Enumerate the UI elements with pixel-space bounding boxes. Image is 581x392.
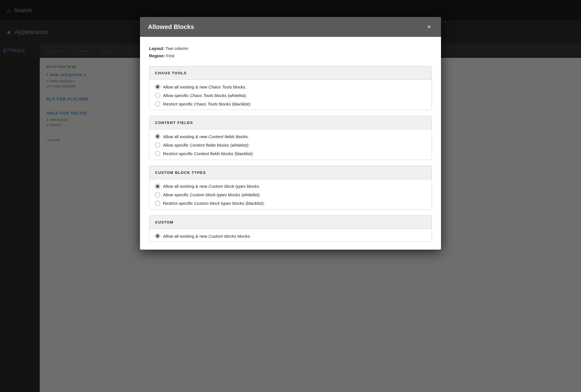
custom-block-types-body: Allow all existing & new Custom block ty…: [149, 179, 432, 210]
region-label: Region:: [149, 53, 165, 58]
custom-header: CUSTOM: [149, 216, 432, 229]
chaos-tools-option-specific[interactable]: Allow specific Chaos Tools blocks (white…: [155, 93, 426, 98]
modal-info: Layout: Two column Region: First: [149, 45, 432, 59]
content-fields-option-restrict[interactable]: Restrict specific Content fields blocks …: [155, 151, 426, 156]
chaos-tools-body: Allow all existing & new Chaos Tools blo…: [149, 80, 432, 110]
chaos-tools-option-all[interactable]: Allow all existing & new Chaos Tools blo…: [155, 84, 426, 89]
block-section-chaos-tools: CHAOS TOOLS Allow all existing & new Cha…: [149, 66, 432, 110]
modal-close-button[interactable]: ×: [425, 23, 433, 31]
custom-block-types-option-all[interactable]: Allow all existing & new Custom block ty…: [155, 184, 426, 189]
chaos-tools-radio-restrict[interactable]: [155, 101, 160, 106]
custom-block-types-label-all: Allow all existing & new Custom block ty…: [163, 184, 260, 189]
allowed-blocks-modal: Allowed Blocks × Layout: Two column Regi…: [140, 17, 441, 250]
content-fields-option-specific[interactable]: Allow specific Content fields blocks (wh…: [155, 142, 426, 147]
content-fields-label-restrict: Restrict specific Content fields blocks …: [163, 151, 254, 156]
content-fields-body: Allow all existing & new Content fields …: [149, 129, 432, 160]
region-value: First: [166, 53, 174, 58]
content-fields-title: CONTENT FIELDS: [155, 121, 193, 125]
custom-block-types-label-restrict: Restrict specific Custom block types blo…: [163, 201, 265, 206]
custom-title: CUSTOM: [155, 220, 174, 224]
layout-label: Layout:: [149, 46, 164, 51]
custom-block-types-option-restrict[interactable]: Restrict specific Custom block types blo…: [155, 201, 426, 206]
chaos-tools-label-all: Allow all existing & new Chaos Tools blo…: [163, 85, 246, 89]
layout-info: Layout: Two column: [149, 45, 432, 52]
custom-block-types-radio-all[interactable]: [155, 184, 160, 189]
content-fields-radio-all[interactable]: [155, 134, 160, 139]
block-section-custom: CUSTOM Allow all existing & new Custom b…: [149, 215, 432, 242]
content-fields-header: CONTENT FIELDS: [149, 116, 432, 129]
chaos-tools-option-restrict[interactable]: Restrict specific Chaos Tools blocks (bl…: [155, 101, 426, 106]
content-fields-option-all[interactable]: Allow all existing & new Content fields …: [155, 134, 426, 139]
content-fields-radio-specific[interactable]: [155, 142, 160, 147]
custom-block-types-header: CUSTOM BLOCK TYPES: [149, 166, 432, 179]
chaos-tools-label-restrict: Restrict specific Chaos Tools blocks (bl…: [163, 102, 251, 106]
chaos-tools-radio-specific[interactable]: [155, 93, 160, 98]
modal-body: Layout: Two column Region: First CHAOS T…: [140, 37, 441, 250]
custom-option-all[interactable]: Allow all existing & new Custom blocks b…: [155, 233, 426, 239]
custom-label-all: Allow all existing & new Custom blocks b…: [163, 234, 251, 239]
chaos-tools-radio-all[interactable]: [155, 84, 160, 89]
custom-block-types-radio-restrict[interactable]: [155, 201, 160, 206]
modal-overlay: Allowed Blocks × Layout: Two column Regi…: [0, 0, 581, 392]
modal-header: Allowed Blocks ×: [140, 17, 441, 37]
block-section-custom-block-types: CUSTOM BLOCK TYPES Allow all existing & …: [149, 166, 432, 210]
chaos-tools-title: CHAOS TOOLS: [155, 71, 187, 75]
content-fields-label-specific: Allow specific Content fields blocks (wh…: [163, 143, 249, 147]
chaos-tools-header: CHAOS TOOLS: [149, 66, 432, 80]
custom-body: Allow all existing & new Custom blocks b…: [149, 229, 432, 242]
custom-radio-all[interactable]: [155, 233, 160, 239]
custom-block-types-label-specific: Allow specific Custom block types blocks…: [163, 192, 260, 197]
layout-value: Two column: [166, 46, 188, 51]
content-fields-radio-restrict[interactable]: [155, 151, 160, 156]
modal-title: Allowed Blocks: [148, 23, 194, 31]
content-fields-label-all: Allow all existing & new Content fields …: [163, 134, 249, 139]
block-section-content-fields: CONTENT FIELDS Allow all existing & new …: [149, 116, 432, 160]
region-info: Region: First: [149, 52, 432, 60]
custom-block-types-option-specific[interactable]: Allow specific Custom block types blocks…: [155, 192, 426, 197]
custom-block-types-radio-specific[interactable]: [155, 192, 160, 197]
custom-block-types-title: CUSTOM BLOCK TYPES: [155, 170, 206, 175]
chaos-tools-label-specific: Allow specific Chaos Tools blocks (white…: [163, 93, 247, 98]
